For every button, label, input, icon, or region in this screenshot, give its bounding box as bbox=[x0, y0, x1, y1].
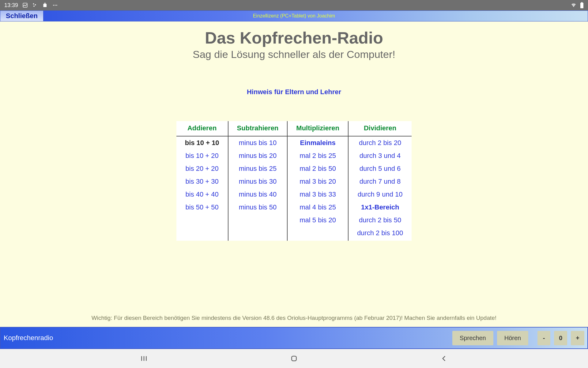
svg-rect-8 bbox=[581, 2, 582, 3]
exercise-cell[interactable]: bis 20 + 20 bbox=[176, 162, 228, 175]
close-button[interactable]: Schließen bbox=[0, 11, 43, 21]
table-row: bis 20 + 20minus bis 25mal 2 bis 50durch… bbox=[176, 162, 412, 175]
hint-link[interactable]: Hinweis für Eltern und Lehrer bbox=[247, 88, 341, 96]
exercise-cell[interactable]: minus bis 20 bbox=[228, 149, 288, 162]
app-top-bar: Schließen Einzellizenz (PC+Tablet) von J… bbox=[0, 10, 588, 21]
svg-rect-12 bbox=[292, 356, 296, 361]
svg-point-4 bbox=[53, 5, 54, 6]
table-row: mal 5 bis 20durch 2 bis 50 bbox=[176, 214, 412, 227]
exercise-cell[interactable]: durch 2 bis 100 bbox=[348, 227, 412, 241]
exercise-cell[interactable]: durch 9 und 10 bbox=[348, 188, 412, 201]
table-header-2: Multiplizieren bbox=[287, 121, 348, 136]
listen-button[interactable]: Hören bbox=[497, 331, 528, 345]
svg-point-1 bbox=[33, 3, 34, 5]
value-display: 0 bbox=[554, 331, 567, 345]
exercise-cell[interactable]: durch 7 und 8 bbox=[348, 175, 412, 188]
minus-button[interactable]: - bbox=[537, 331, 550, 345]
svg-point-3 bbox=[33, 6, 35, 7]
exercise-table: AddierenSubtrahierenMultiplizierenDividi… bbox=[176, 121, 412, 241]
speak-button[interactable]: Sprechen bbox=[452, 331, 493, 345]
app-name: Kopfrechenradio bbox=[4, 334, 53, 342]
exercise-cell[interactable]: mal 3 bis 20 bbox=[287, 175, 348, 188]
exercise-cell bbox=[176, 227, 228, 241]
table-header-0: Addieren bbox=[176, 121, 228, 136]
exercise-cell[interactable]: durch 3 und 4 bbox=[348, 149, 412, 162]
exercise-cell[interactable]: durch 2 bis 50 bbox=[348, 214, 412, 227]
table-header-3: Dividieren bbox=[348, 121, 412, 136]
exercise-cell[interactable]: minus bis 25 bbox=[228, 162, 288, 175]
svg-rect-0 bbox=[23, 3, 27, 7]
svg-point-6 bbox=[56, 5, 57, 6]
svg-rect-7 bbox=[580, 3, 583, 8]
exercise-cell[interactable]: mal 2 bis 50 bbox=[287, 162, 348, 175]
android-nav-bar bbox=[0, 349, 588, 368]
wifi-icon bbox=[570, 2, 577, 8]
exercise-cell[interactable]: 1x1-Bereich bbox=[348, 201, 412, 214]
table-row: durch 2 bis 100 bbox=[176, 227, 412, 241]
exercise-cell[interactable]: mal 2 bis 25 bbox=[287, 149, 348, 162]
dots-icon bbox=[32, 2, 38, 8]
status-time: 13:39 bbox=[4, 2, 18, 9]
close-button-label: Schließen bbox=[6, 12, 38, 20]
battery-icon bbox=[580, 2, 584, 8]
bag-icon bbox=[42, 2, 47, 8]
exercise-cell[interactable]: bis 10 + 10 bbox=[176, 136, 228, 149]
table-row: bis 10 + 20minus bis 20mal 2 bis 25durch… bbox=[176, 149, 412, 162]
exercise-cell[interactable]: mal 5 bis 20 bbox=[287, 214, 348, 227]
table-header-1: Subtrahieren bbox=[228, 121, 288, 136]
main-content: Das Kopfrechen-Radio Sag die Lösung schn… bbox=[0, 21, 588, 327]
exercise-cell bbox=[176, 214, 228, 227]
exercise-cell[interactable]: mal 4 bis 25 bbox=[287, 201, 348, 214]
exercise-cell[interactable]: bis 10 + 20 bbox=[176, 149, 228, 162]
exercise-cell bbox=[228, 214, 288, 227]
android-status-bar: 13:39 bbox=[0, 0, 588, 10]
table-row: bis 30 + 30minus bis 30mal 3 bis 20durch… bbox=[176, 175, 412, 188]
nav-back-button[interactable] bbox=[438, 352, 450, 365]
exercise-cell[interactable]: minus bis 30 bbox=[228, 175, 288, 188]
exercise-cell[interactable]: durch 5 und 6 bbox=[348, 162, 412, 175]
exercise-cell[interactable]: minus bis 10 bbox=[228, 136, 288, 149]
svg-point-5 bbox=[55, 5, 56, 6]
exercise-cell[interactable]: bis 30 + 30 bbox=[176, 175, 228, 188]
more-icon bbox=[52, 2, 58, 8]
exercise-cell[interactable]: durch 2 bis 20 bbox=[348, 136, 412, 149]
exercise-cell[interactable]: minus bis 50 bbox=[228, 201, 288, 214]
table-row: bis 50 + 50minus bis 50mal 4 bis 251x1-B… bbox=[176, 201, 412, 214]
version-notice: Wichtig: Für diesen Bereich benötigen Si… bbox=[92, 315, 496, 321]
svg-point-2 bbox=[35, 4, 36, 6]
exercise-cell[interactable]: bis 50 + 50 bbox=[176, 201, 228, 214]
image-icon bbox=[22, 2, 28, 8]
nav-home-button[interactable] bbox=[288, 352, 300, 365]
exercise-cell bbox=[287, 227, 348, 241]
app-bottom-bar: Kopfrechenradio Sprechen Hören - 0 + bbox=[0, 327, 588, 349]
exercise-cell[interactable]: mal 3 bis 33 bbox=[287, 188, 348, 201]
license-text: Einzellizenz (PC+Tablet) von Joachim bbox=[253, 13, 335, 19]
exercise-cell[interactable]: minus bis 40 bbox=[228, 188, 288, 201]
page-title: Das Kopfrechen-Radio bbox=[205, 28, 383, 47]
page-subtitle: Sag die Lösung schneller als der Compute… bbox=[193, 48, 395, 60]
plus-button[interactable]: + bbox=[571, 331, 584, 345]
table-row: bis 10 + 10minus bis 10Einmaleinsdurch 2… bbox=[176, 136, 412, 149]
nav-recent-button[interactable] bbox=[138, 352, 150, 365]
exercise-cell[interactable]: bis 40 + 40 bbox=[176, 188, 228, 201]
table-row: bis 40 + 40minus bis 40mal 3 bis 33durch… bbox=[176, 188, 412, 201]
exercise-cell bbox=[228, 227, 288, 241]
exercise-cell[interactable]: Einmaleins bbox=[287, 136, 348, 149]
